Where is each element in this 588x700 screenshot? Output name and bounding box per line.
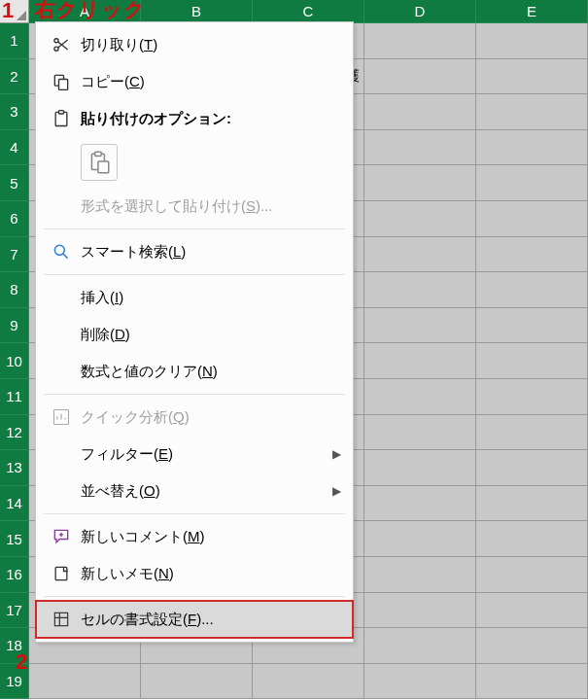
cell[interactable] — [476, 521, 588, 557]
svg-rect-12 — [54, 612, 67, 625]
cell[interactable] — [476, 201, 588, 237]
menu-copy-label: コピー(C) — [75, 73, 341, 91]
row-header[interactable]: 2 — [0, 59, 29, 95]
search-icon — [48, 242, 75, 262]
menu-sort-label: 並べ替え(O) — [75, 482, 332, 501]
menu-paste-options-header: 貼り付けのオプション: — [36, 100, 353, 137]
cell[interactable] — [476, 23, 588, 59]
submenu-arrow-icon: ▶ — [332, 484, 341, 498]
annotation-step-1-text: 右クリック — [35, 0, 146, 23]
cell[interactable] — [364, 415, 476, 451]
menu-paste-special: 形式を選択して貼り付け(S)... — [36, 188, 353, 225]
cell[interactable] — [141, 664, 253, 700]
row-header[interactable]: 17 — [0, 593, 29, 629]
menu-clear-contents[interactable]: 数式と値のクリア(N) — [36, 353, 353, 390]
row-header[interactable]: 9 — [0, 308, 29, 344]
cell[interactable] — [364, 237, 476, 273]
cell[interactable] — [476, 450, 588, 486]
row-header[interactable]: 16 — [0, 557, 29, 593]
cell[interactable] — [364, 486, 476, 522]
svg-rect-7 — [95, 152, 102, 156]
col-header-b[interactable]: B — [141, 0, 253, 23]
menu-cut[interactable]: 切り取り(T) — [36, 26, 353, 63]
row-header[interactable]: 10 — [0, 343, 29, 379]
cell[interactable] — [364, 557, 476, 593]
note-icon — [48, 564, 75, 583]
cell[interactable] — [364, 521, 476, 557]
menu-delete-label: 削除(D) — [75, 326, 341, 344]
cell[interactable] — [29, 664, 141, 700]
menu-paste-default[interactable] — [36, 137, 353, 188]
menu-paste-options-label: 貼り付けのオプション: — [75, 110, 341, 128]
cell[interactable] — [476, 557, 588, 593]
row-header[interactable]: 3 — [0, 94, 29, 130]
cell[interactable] — [476, 94, 588, 130]
cell[interactable] — [364, 201, 476, 237]
menu-insert-label: 挿入(I) — [75, 289, 341, 307]
cell[interactable] — [476, 379, 588, 415]
menu-separator — [44, 228, 345, 229]
cell[interactable] — [476, 343, 588, 379]
cell[interactable] — [364, 628, 476, 664]
menu-paste-special-label: 形式を選択して貼り付け(S)... — [75, 197, 341, 216]
cell[interactable] — [476, 415, 588, 451]
cell[interactable] — [364, 308, 476, 344]
menu-new-comment[interactable]: 新しいコメント(M) — [36, 518, 353, 555]
cell[interactable] — [476, 486, 588, 522]
comment-icon — [48, 527, 75, 546]
cell[interactable] — [364, 59, 476, 95]
row-header[interactable]: 12 — [0, 415, 29, 451]
cell[interactable] — [476, 664, 588, 700]
cell[interactable] — [364, 379, 476, 415]
cell[interactable] — [476, 308, 588, 344]
row-header[interactable]: 4 — [0, 130, 29, 166]
row-header[interactable]: 6 — [0, 201, 29, 237]
menu-separator — [44, 596, 345, 597]
row-header[interactable]: 14 — [0, 486, 29, 522]
menu-quick-analysis: クイック分析(Q) — [36, 399, 353, 436]
menu-delete[interactable]: 削除(D) — [36, 316, 353, 353]
cell[interactable] — [476, 165, 588, 201]
menu-insert[interactable]: 挿入(I) — [36, 279, 353, 316]
cell[interactable] — [364, 94, 476, 130]
cell[interactable] — [364, 343, 476, 379]
menu-filter[interactable]: フィルター(E) ▶ — [36, 436, 353, 472]
cell[interactable] — [364, 450, 476, 486]
menu-new-comment-label: 新しいコメント(M) — [75, 528, 341, 546]
row-header[interactable]: 7 — [0, 237, 29, 273]
row-header[interactable]: 11 — [0, 379, 29, 415]
cell[interactable] — [364, 23, 476, 59]
row-header[interactable]: 13 — [0, 450, 29, 486]
row-header[interactable]: 8 — [0, 272, 29, 308]
cell[interactable] — [253, 664, 364, 700]
cell[interactable] — [476, 59, 588, 95]
cell[interactable] — [364, 593, 476, 629]
cell[interactable] — [476, 237, 588, 273]
menu-format-cells[interactable]: セルの書式設定(F)... — [36, 601, 353, 638]
cell[interactable] — [476, 628, 588, 664]
col-header-d[interactable]: D — [364, 0, 476, 23]
scissors-icon — [48, 35, 75, 54]
menu-new-note[interactable]: 新しいメモ(N) — [36, 555, 353, 592]
row-header[interactable]: 1 — [0, 23, 29, 59]
row-header[interactable]: 15 — [0, 521, 29, 557]
copy-icon — [48, 72, 75, 91]
cell[interactable] — [364, 272, 476, 308]
col-header-e[interactable]: E — [476, 0, 588, 23]
menu-quick-analysis-label: クイック分析(Q) — [75, 408, 341, 427]
cell[interactable] — [364, 664, 476, 700]
svg-point-9 — [54, 245, 64, 255]
quick-analysis-icon — [48, 407, 75, 427]
menu-copy[interactable]: コピー(C) — [36, 63, 353, 100]
menu-sort[interactable]: 並べ替え(O) ▶ — [36, 472, 353, 509]
menu-smart-lookup[interactable]: スマート検索(L) — [36, 233, 353, 270]
cell[interactable] — [476, 593, 588, 629]
row-header[interactable]: 5 — [0, 165, 29, 201]
cell[interactable] — [476, 272, 588, 308]
cell[interactable] — [476, 130, 588, 166]
menu-separator — [44, 513, 345, 514]
menu-format-cells-label: セルの書式設定(F)... — [75, 611, 341, 629]
col-header-c[interactable]: C — [253, 0, 364, 23]
cell[interactable] — [364, 130, 476, 166]
cell[interactable] — [364, 165, 476, 201]
